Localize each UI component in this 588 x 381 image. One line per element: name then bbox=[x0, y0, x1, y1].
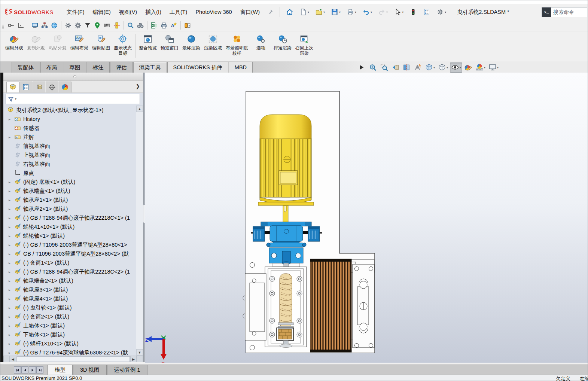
tree-vertical-scrollbar[interactable]: ▲ ▼ bbox=[136, 106, 143, 356]
tree-item[interactable]: ▸(固定) 底板<1> (默认) bbox=[3, 177, 136, 186]
tree-item[interactable]: ▸轴承端盖2<1> (默认) bbox=[3, 276, 136, 285]
text-star-icon[interactable]: A bbox=[169, 21, 179, 30]
location-pin-icon[interactable] bbox=[92, 21, 102, 30]
tree-item[interactable]: ▸蜗轮轴<1> (默认) bbox=[3, 231, 136, 240]
nav-next-icon[interactable] bbox=[29, 366, 36, 374]
nav-last-icon[interactable] bbox=[36, 366, 43, 374]
menu-item-1[interactable]: 编辑(E) bbox=[89, 6, 115, 18]
ribbon-button-5[interactable]: 显示状态目标 bbox=[112, 31, 134, 60]
tab-标注[interactable]: 标注 bbox=[87, 62, 110, 73]
menu-item-2[interactable]: 视图(V) bbox=[115, 6, 141, 18]
scroll-up-icon[interactable]: ▲ bbox=[136, 106, 143, 112]
expand-arrow-icon[interactable]: ▸ bbox=[9, 243, 14, 247]
tree-item[interactable]: ▸(-) 套筒1<1> (默认) bbox=[3, 258, 136, 267]
hierarchy-icon[interactable] bbox=[40, 21, 49, 30]
appearances-tab[interactable] bbox=[59, 82, 71, 92]
apply-scene-button[interactable]: ▾ bbox=[474, 63, 487, 73]
expand-arrow-icon[interactable]: ▸ bbox=[9, 351, 14, 355]
expand-arrow-icon[interactable]: ▸ bbox=[9, 180, 14, 184]
tree-root-item[interactable]: 曳引系统2 (默认<默认_显示状态-1>) bbox=[3, 106, 136, 115]
ribbon-button-9[interactable]: 渲染区域 bbox=[202, 31, 224, 60]
expand-arrow-icon[interactable]: ▸ bbox=[9, 216, 14, 220]
expand-arrow-icon[interactable]: ▸ bbox=[9, 207, 14, 211]
tree-item[interactable]: 原点 bbox=[3, 168, 136, 177]
expand-arrow-icon[interactable]: ▸ bbox=[9, 324, 14, 328]
tree-item[interactable]: ▸A注解 bbox=[3, 132, 136, 141]
spring-icon[interactable] bbox=[102, 21, 112, 30]
tab-评估[interactable]: 评估 bbox=[110, 62, 133, 73]
command-search-input[interactable]: >_ 搜索命令 bbox=[542, 7, 587, 17]
menu-item-5[interactable]: PhotoView 360 bbox=[191, 7, 236, 17]
dimxpert-tab[interactable] bbox=[46, 82, 58, 92]
undo-button[interactable]: ▾ bbox=[361, 6, 374, 18]
tree-filter-input[interactable]: ▾ bbox=[6, 94, 140, 104]
tab-MBD[interactable]: MBD bbox=[229, 62, 253, 73]
rebuild-traffic-light-button[interactable] bbox=[408, 6, 418, 18]
tab-草图[interactable]: 草图 bbox=[64, 62, 86, 73]
panel-expand-chevron[interactable]: ❯ bbox=[135, 83, 140, 89]
panel-header[interactable] bbox=[3, 73, 143, 81]
section-view-button[interactable] bbox=[401, 63, 412, 73]
edit-appearance-button[interactable] bbox=[463, 63, 473, 73]
tab-装配体[interactable]: 装配体 bbox=[12, 62, 40, 73]
ribbon-button-13[interactable]: 召回上次渲染 bbox=[293, 31, 315, 60]
hide-show-items-button[interactable]: ▾ bbox=[450, 63, 462, 73]
tree-item[interactable]: 上视基准面 bbox=[3, 150, 136, 159]
new-document-button[interactable]: ▾ bbox=[298, 6, 311, 18]
print-preview-icon[interactable] bbox=[159, 21, 169, 30]
scroll-down-icon[interactable]: ▼ bbox=[136, 349, 143, 356]
play-button[interactable] bbox=[356, 63, 367, 73]
scroll-thumb[interactable] bbox=[16, 356, 130, 362]
section-icon[interactable] bbox=[112, 21, 122, 30]
expand-arrow-icon[interactable]: ▸ bbox=[9, 252, 14, 256]
nav-first-icon[interactable] bbox=[14, 366, 21, 374]
expand-arrow-icon[interactable]: ▸ bbox=[9, 315, 14, 319]
tree-item[interactable]: ▸(-) GB / T276-94深沟球轴承6308-2Z<1> (默 bbox=[3, 348, 136, 356]
expand-arrow-icon[interactable]: ▸ bbox=[9, 279, 14, 283]
ribbon-button-6[interactable]: 整合预览 bbox=[137, 31, 159, 60]
view-orientation-button[interactable]: ▾ bbox=[424, 63, 436, 73]
help-book-icon[interactable]: ? bbox=[183, 21, 192, 30]
tree-item[interactable]: 右视基准面 bbox=[3, 159, 136, 168]
pin-menu-icon[interactable] bbox=[266, 8, 274, 16]
tree-item[interactable]: ▸(-) GB / T288-94调心滚子轴承22218C<1> (1 bbox=[3, 213, 136, 222]
home-button[interactable] bbox=[284, 6, 295, 18]
expand-arrow-icon[interactable]: ▸ bbox=[9, 306, 14, 310]
expand-arrow-icon[interactable]: ▸ bbox=[9, 297, 14, 301]
toolbar-grip[interactable] bbox=[2, 21, 4, 30]
ribbon-button-4[interactable]: 编辑贴图 bbox=[90, 31, 112, 60]
tree-item[interactable]: ▸(-) GB / T1096-2003普通平键A型28×80<1> bbox=[3, 240, 136, 249]
save-button[interactable]: ▾ bbox=[329, 6, 342, 18]
globe-icon[interactable] bbox=[49, 21, 59, 30]
scroll-left-icon[interactable]: ◀ bbox=[10, 356, 16, 362]
expand-arrow-icon[interactable]: ▸ bbox=[9, 261, 14, 265]
tree-item[interactable]: ▸轴承座3<1> (默认) bbox=[3, 285, 136, 294]
ribbon-button-10[interactable]: 布景照明度校样 bbox=[224, 31, 250, 60]
ribbon-button-7[interactable]: 预览窗口 bbox=[159, 31, 180, 60]
gear-dark-icon[interactable] bbox=[73, 21, 83, 30]
gear-icon[interactable] bbox=[63, 21, 73, 30]
configuration-tab[interactable] bbox=[33, 82, 45, 92]
doc-tab-模型[interactable]: 模型 bbox=[48, 365, 73, 375]
open-button[interactable]: ▾ bbox=[314, 6, 326, 18]
view-settings-button[interactable]: ▾ bbox=[487, 63, 500, 73]
previous-view-button[interactable] bbox=[390, 63, 400, 73]
left-bearing-bracket[interactable] bbox=[243, 274, 266, 340]
graphics-viewport[interactable]: Z X bbox=[145, 73, 588, 363]
menu-item-0[interactable]: 文件(F) bbox=[63, 6, 89, 18]
tab-布局[interactable]: 布局 bbox=[40, 62, 63, 73]
expand-arrow-icon[interactable]: ▸ bbox=[9, 117, 14, 121]
annotations-button[interactable] bbox=[412, 63, 423, 73]
expand-arrow-icon[interactable]: ▸ bbox=[9, 135, 14, 139]
excel-export-icon[interactable] bbox=[149, 21, 159, 30]
zoom-area-button[interactable] bbox=[379, 63, 389, 73]
tree-item[interactable]: ▸下箱体<1> (默认) bbox=[3, 330, 136, 339]
monitor-icon[interactable] bbox=[30, 21, 40, 30]
ribbon-button-11[interactable]: 选项 bbox=[250, 31, 272, 60]
tree-item[interactable]: ▸蜗轮41×10<1> (默认) bbox=[3, 222, 136, 231]
tree-item[interactable]: ▸GB / T1096-2003普通平键A型28×80<2> (默 bbox=[3, 249, 136, 258]
print-button[interactable]: ▾ bbox=[345, 6, 358, 18]
right-bearing-bracket[interactable] bbox=[353, 264, 374, 348]
tree-item[interactable]: ▸History bbox=[3, 115, 136, 124]
tree-item[interactable]: ▸轴承座1<1> (默认) bbox=[3, 195, 136, 204]
